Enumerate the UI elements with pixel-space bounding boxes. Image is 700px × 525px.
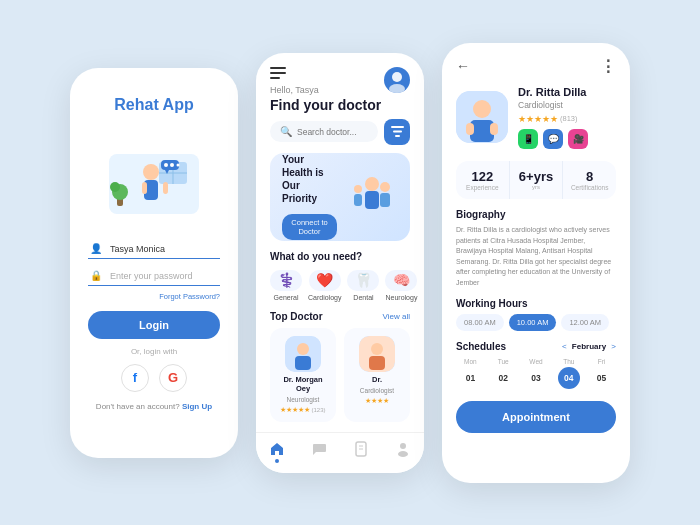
svg-rect-42 — [490, 123, 498, 135]
doctor-profile-screen: ← ⋮ Dr. Ritta Dilla Cardiologist ★★★★★ (… — [442, 43, 630, 483]
day-name-fri: Fri — [598, 358, 606, 365]
menu-icon[interactable] — [270, 67, 381, 79]
doctor-profile-rating: ★★★★★ (813) — [518, 114, 588, 124]
svg-rect-26 — [354, 194, 362, 206]
svg-point-14 — [170, 163, 174, 167]
username-input[interactable] — [88, 239, 220, 259]
svg-rect-29 — [295, 356, 311, 370]
login-screen: Rehat App 👤 — [70, 68, 238, 458]
contact-icons-row: 📱 💬 🎥 — [518, 129, 588, 149]
banner-illustration — [345, 169, 400, 224]
day-num-tue: 02 — [492, 367, 514, 389]
signup-link[interactable]: Sign Up — [182, 402, 212, 411]
svg-rect-10 — [163, 182, 168, 194]
page-title: Find your doctor — [270, 97, 381, 113]
find-doctor-screen: Hello, Tasya Find your doctor 🔍 You — [256, 53, 424, 473]
banner-title: Your Health is Our Priority — [282, 153, 337, 205]
svg-point-28 — [297, 343, 309, 355]
more-options-button[interactable]: ⋮ — [600, 57, 616, 76]
stat-experience-num: 122 — [460, 169, 505, 184]
doctor-name-1: Dr. — [372, 375, 382, 384]
biography-text: Dr. Ritta Dilla is a cardiologist who ac… — [442, 225, 630, 298]
day-wed[interactable]: Wed 03 — [522, 358, 551, 389]
doctor-profile-name: Dr. Ritta Dilla — [518, 86, 588, 98]
social-login-row: f G — [121, 364, 187, 392]
search-input[interactable] — [297, 127, 368, 137]
dental-icon: 🦷 — [347, 270, 379, 291]
biography-title: Biography — [442, 209, 630, 225]
day-num-wed: 03 — [525, 367, 547, 389]
stat-years-num: 6+yrs — [514, 169, 559, 184]
svg-point-31 — [371, 343, 383, 355]
month-nav[interactable]: < February > — [562, 342, 616, 351]
bottom-navbar — [256, 432, 424, 473]
stat-certifications: 8 Certifications — [563, 161, 616, 200]
facebook-login-button[interactable]: f — [121, 364, 149, 392]
category-cardiology-label: Cardiology — [308, 294, 341, 301]
message-icon[interactable]: 💬 — [543, 129, 563, 149]
svg-point-36 — [400, 443, 406, 449]
svg-point-7 — [143, 164, 159, 180]
cardiology-icon: ❤️ — [309, 270, 341, 291]
category-neurology[interactable]: 🧠 Neurology — [385, 270, 417, 301]
login-illustration — [99, 124, 209, 224]
login-button[interactable]: Login — [88, 311, 220, 339]
svg-rect-24 — [380, 193, 390, 207]
next-month[interactable]: > — [611, 342, 616, 351]
general-icon: ⚕️ — [270, 270, 302, 291]
doctor-avatar-1 — [359, 336, 395, 372]
password-input[interactable] — [88, 266, 220, 286]
svg-point-6 — [110, 182, 120, 192]
time-1000[interactable]: 10.00 AM — [509, 314, 557, 331]
doctor-rating-0: ★★★★★ (123) — [280, 406, 325, 414]
svg-point-25 — [354, 185, 362, 193]
doctor-card-0[interactable]: Dr. Morgan Oey Neurologist ★★★★★ (123) — [270, 328, 336, 422]
doctor-avatar-0 — [285, 336, 321, 372]
doctor-profile-avatar — [456, 91, 508, 143]
category-cardiology[interactable]: ❤️ Cardiology — [308, 270, 341, 301]
doctor-card-1[interactable]: Dr. Cardiologist ★★★★ — [344, 328, 410, 422]
banner-content: Your Health is Our Priority Connect to D… — [282, 153, 337, 240]
forgot-password-link[interactable]: Forgot Password? — [88, 292, 220, 301]
nav-profile[interactable] — [395, 441, 411, 463]
time-0800[interactable]: 08.00 AM — [456, 314, 504, 331]
day-name-thu: Thu — [563, 358, 574, 365]
doctor-rating-1: ★★★★ — [365, 397, 389, 405]
whatsapp-icon[interactable]: 📱 — [518, 129, 538, 149]
day-thu[interactable]: Thu 04 — [554, 358, 583, 389]
user-avatar[interactable] — [384, 67, 410, 93]
find-doctor-header: Hello, Tasya Find your doctor — [256, 53, 424, 119]
video-icon[interactable]: 🎥 — [568, 129, 588, 149]
nav-documents[interactable] — [353, 441, 369, 463]
day-num-mon: 01 — [459, 367, 481, 389]
filter-button[interactable] — [384, 119, 410, 145]
day-tue[interactable]: Tue 02 — [489, 358, 518, 389]
view-all-link[interactable]: View all — [383, 312, 410, 321]
stat-years: 6+yrs yrs — [510, 161, 564, 200]
category-dental[interactable]: 🦷 Dental — [347, 270, 379, 301]
appointment-button[interactable]: Appointment — [456, 401, 616, 433]
svg-point-23 — [380, 182, 390, 192]
password-row: 🔒 — [88, 265, 220, 286]
day-fri[interactable]: Fri 05 — [587, 358, 616, 389]
search-box[interactable]: 🔍 — [270, 121, 378, 142]
day-mon[interactable]: Mon 01 — [456, 358, 485, 389]
day-name-mon: Mon — [464, 358, 477, 365]
nav-home[interactable] — [269, 441, 285, 463]
back-button[interactable]: ← — [456, 58, 470, 74]
nav-chat[interactable] — [311, 441, 327, 463]
svg-rect-19 — [393, 131, 402, 133]
signup-prompt: Don't have an account? Sign Up — [96, 402, 212, 411]
connect-doctor-button[interactable]: Connect to Doctor — [282, 214, 337, 240]
day-num-thu: 04 — [558, 367, 580, 389]
svg-rect-32 — [369, 356, 385, 370]
stats-row: 122 Experience 6+yrs yrs 8 Certification… — [456, 161, 616, 200]
schedules-header: Schedules < February > — [442, 341, 630, 358]
category-general[interactable]: ⚕️ General — [270, 270, 302, 301]
svg-point-37 — [398, 451, 408, 457]
time-1200[interactable]: 12.00 AM — [561, 314, 609, 331]
prev-month[interactable]: < — [562, 342, 567, 351]
google-login-button[interactable]: G — [159, 364, 187, 392]
doctor-profile-spec: Cardiologist — [518, 100, 588, 110]
search-row: 🔍 — [256, 119, 424, 153]
